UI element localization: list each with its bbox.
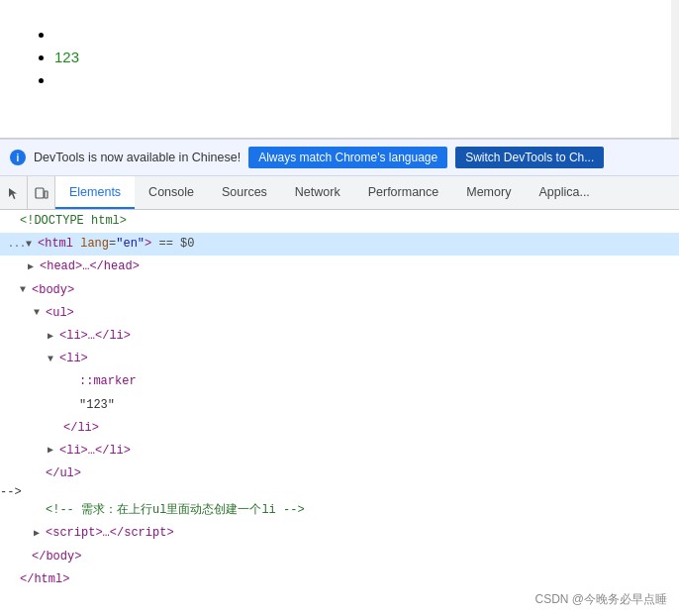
dom-text-node: "123" — [0, 394, 679, 417]
svg-rect-1 — [45, 191, 48, 198]
tab-performance[interactable]: Performance — [354, 176, 453, 209]
tab-console[interactable]: Console — [135, 176, 208, 209]
device-toolbar-icon-btn[interactable] — [28, 176, 55, 209]
dom-head[interactable]: ▶ <head>…</head> — [0, 256, 679, 278]
dom-li-open[interactable]: ▼ <li> — [0, 348, 679, 370]
tab-sources[interactable]: Sources — [208, 176, 281, 209]
elements-panel: <!DOCTYPE html> ... ▼ <html lang="en" > … — [0, 210, 679, 591]
match-language-button[interactable]: Always match Chrome's language — [248, 147, 447, 168]
dom-body-close: </body> — [0, 546, 679, 568]
tab-memory[interactable]: Memory — [452, 176, 525, 209]
dom-body-open[interactable]: ▼ <body> — [0, 279, 679, 302]
info-icon: i — [10, 150, 26, 165]
switch-devtools-button[interactable]: Switch DevTools to Ch... — [455, 147, 604, 168]
dom-script[interactable]: ▶ <script>…</script> — [0, 522, 679, 545]
dom-html-close: </html> — [0, 568, 679, 591]
tab-elements[interactable]: Elements — [55, 176, 135, 209]
tab-network[interactable]: Network — [281, 176, 354, 209]
preview-list: 123 — [30, 26, 649, 88]
dom-pseudo-marker: ::marker — [0, 370, 679, 393]
tab-application[interactable]: Applica... — [525, 176, 603, 209]
dom-ul-open[interactable]: ▼ <ul> — [0, 302, 679, 325]
list-item-3 — [54, 71, 649, 88]
device-icon — [35, 186, 48, 200]
list-item-2: 123 — [54, 49, 649, 65]
dom-ul-close: </ul> — [0, 462, 679, 485]
browser-preview: 123 — [0, 0, 679, 139]
dom-doctype: <!DOCTYPE html> — [0, 210, 679, 233]
cursor-icon — [7, 186, 21, 200]
scrollbar[interactable] — [671, 0, 679, 138]
watermark: CSDN @今晚务必早点睡 — [534, 589, 667, 608]
cursor-icon-btn[interactable] — [0, 176, 28, 209]
dom-comment: <!-- 需求：在上行ul里面动态创建一个li --> — [0, 499, 679, 522]
dom-li-collapsed-2[interactable]: ▶ <li>…</li> — [0, 440, 679, 462]
devtools-notification-bar: i DevTools is now available in Chinese! … — [0, 139, 679, 176]
devtools-tabs-bar: Elements Console Sources Network Perform… — [0, 176, 679, 210]
dom-li-collapsed-1[interactable]: ▶ <li>…</li> — [0, 325, 679, 348]
dom-html-open[interactable]: ... ▼ <html lang="en" > == $0 — [0, 233, 679, 256]
svg-rect-0 — [36, 188, 44, 198]
list-item-1 — [54, 26, 649, 43]
dom-li-close: </li> — [0, 417, 679, 440]
notification-message: DevTools is now available in Chinese! — [34, 151, 241, 164]
list-item-2-text: 123 — [54, 49, 79, 65]
